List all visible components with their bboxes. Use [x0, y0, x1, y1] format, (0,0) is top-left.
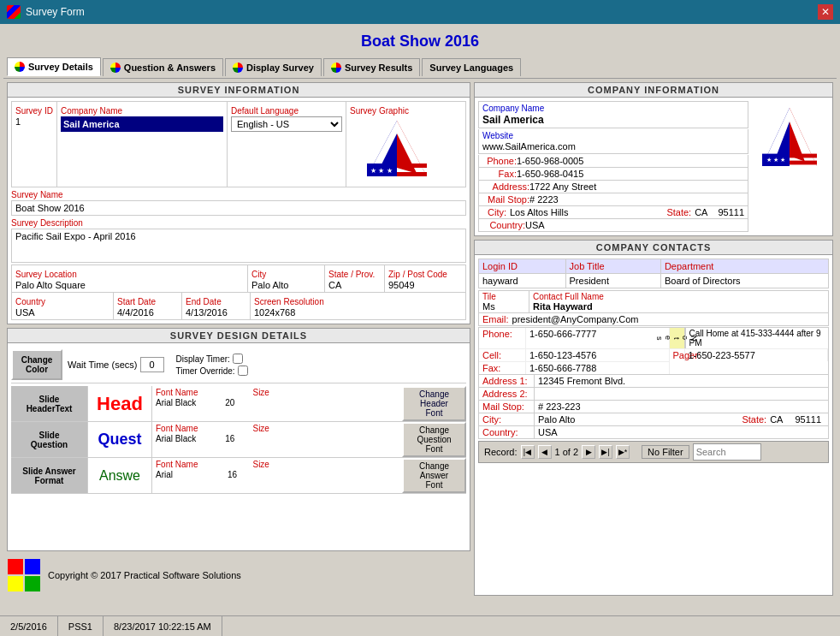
login-id-header: Login ID — [479, 259, 566, 274]
company-fields: Company Name Sail America Website www.Sa… — [478, 101, 748, 232]
change-color-button[interactable]: Change Color — [11, 349, 62, 380]
wait-time-input[interactable] — [140, 357, 164, 372]
contact-full-name-label: Contact Full Name — [533, 292, 825, 301]
slide-question-settings: Font Name Size Arial Black 16 — [152, 422, 402, 457]
slide-answer-row: Slide AnswerFormat Answe Font Name Size … — [11, 458, 466, 494]
record-prev-button[interactable]: ◀ — [538, 445, 552, 459]
status-code: PSS1 — [58, 616, 104, 636]
start-date-label: Start Date — [117, 297, 178, 306]
tab-display[interactable]: Display Survey — [225, 58, 322, 76]
change-question-font-button[interactable]: Change Question Font — [402, 422, 466, 457]
cc-mailstop-row: Mail Stop: # 223-223 — [478, 401, 829, 413]
start-date-value: 4/4/2016 — [117, 307, 178, 318]
ci-website-value: www.SailAmerica.com — [482, 141, 744, 152]
main-content: Boat Show 2016 Survey Details Question &… — [0, 24, 840, 615]
status-datetime: 8/23/2017 10:22:15 AM — [104, 616, 222, 636]
addr1-label: Address 1: — [479, 375, 535, 387]
slide-question-row: SlideQuestion Quest Font Name Size Arial… — [11, 422, 466, 458]
left-panel: SURVEY INFORMATION Survey ID 1 Company N… — [7, 82, 470, 596]
cc-city-row: City: Palo Alto State: CA 95111 — [478, 413, 829, 426]
record-current: 1 of 2 — [555, 447, 579, 457]
change-answer-font-button[interactable]: Change Answer Font — [402, 458, 466, 493]
default-lang-label: Default Language — [231, 106, 342, 116]
design-details-section: SURVEY DESIGN DETAILS Change Color Wait … — [7, 328, 470, 551]
cc-fax-label: Fax: — [479, 361, 526, 374]
ci-fax-label: Fax: — [482, 169, 517, 179]
tab-survey-details[interactable]: Survey Details — [7, 57, 101, 76]
end-date-label: End Date — [186, 297, 246, 306]
header-font-name-value: Arial Black — [156, 398, 196, 407]
svg-rect-8 — [8, 559, 23, 574]
status-bar: 2/5/2016 PSS1 8/23/2017 10:22:15 AM — [0, 615, 840, 636]
close-button[interactable]: ✕ — [818, 4, 833, 20]
default-language-select[interactable]: English - US — [231, 116, 342, 132]
ci-phone-label: Phone: — [482, 156, 517, 166]
cc-mailstop-value: # 223-223 — [535, 401, 828, 413]
cc-zip-value: 95111 — [795, 414, 821, 425]
record-next-button[interactable]: ▶ — [582, 445, 595, 459]
svg-text:★ ★ ★: ★ ★ ★ — [766, 156, 785, 163]
tile-row: Tile Ms Contact Full Name Rita Hayward — [478, 290, 829, 313]
company-contacts-title: COMPANY CONTACTS — [475, 241, 832, 255]
search-input[interactable] — [693, 443, 761, 461]
pager-value: 1-650-223-5577 — [685, 348, 829, 361]
contacts-header-table: Login ID Job Title Department hayward Pr… — [478, 259, 829, 288]
svg-rect-9 — [25, 559, 40, 574]
notes-header: Notes — [670, 328, 685, 348]
company-logo-container: ★ ★ ★ — [752, 101, 829, 232]
zip-label: Zip / Post Code — [388, 270, 462, 279]
timer-override-checkbox[interactable] — [238, 366, 248, 376]
slide-question-preview: Quest — [88, 422, 152, 457]
cc-country-label: Country: — [479, 426, 535, 438]
svg-rect-10 — [8, 576, 23, 591]
notes-value: Call Home at 415-333-4444 after 9 PM — [685, 328, 829, 348]
cc-fax-value: 1-650-666-7788 — [526, 361, 670, 374]
zip-value: 95049 — [388, 280, 462, 290]
ci-company-name-value: Sail America — [482, 114, 744, 126]
city-label: City — [251, 270, 321, 279]
tab-label-languages: Survey Languages — [429, 62, 513, 73]
company-name-input[interactable] — [61, 116, 223, 132]
city-value: Palo Alto — [251, 280, 321, 290]
cc-state-label: State: — [742, 414, 766, 425]
footer: Copyright © 2017 Practical Software Solu… — [7, 555, 470, 596]
survey-desc-value: Pacific Sail Expo - April 2016 — [11, 229, 466, 263]
company-name-label: Company Name — [61, 106, 223, 116]
content-area: SURVEY INFORMATION Survey ID 1 Company N… — [3, 79, 837, 599]
company-logo: ★ ★ ★ — [752, 101, 827, 176]
job-title-header: Job Title — [565, 259, 660, 274]
cc-country-value: USA — [535, 426, 828, 438]
cell-label: Cell: — [479, 348, 526, 361]
ci-zip-value: 95111 — [718, 207, 744, 217]
status-date: 2/5/2016 — [0, 616, 58, 636]
slide-header-preview: Head — [88, 386, 152, 421]
cc-state-value: CA — [770, 414, 783, 425]
tab-results[interactable]: Survey Results — [323, 58, 420, 76]
phone-value: 1-650-666-7777 — [526, 328, 670, 348]
tab-qa[interactable]: Question & Answers — [103, 58, 223, 76]
screen-res-value: 1024x768 — [254, 307, 462, 318]
change-header-font-button[interactable]: Change Header Font — [402, 386, 466, 421]
copyright-text: Copyright © 2017 Practical Software Solu… — [48, 570, 241, 580]
tab-languages[interactable]: Survey Languages — [422, 58, 521, 76]
tab-icon-results — [331, 62, 341, 73]
addr2-label: Address 2: — [479, 388, 535, 400]
record-last-button[interactable]: ▶| — [599, 445, 612, 459]
a-size-value: 16 — [228, 470, 237, 479]
location-value: Palo Alto Square — [15, 280, 244, 290]
cell-value: 1-650-123-4576 — [526, 348, 670, 361]
login-id-value: hayward — [479, 274, 566, 288]
addr1-row: Address 1: 12345 Fremont Blvd. — [478, 375, 829, 388]
ci-mailstop-label: Mail Stop: — [482, 194, 529, 205]
record-first-button[interactable]: |◀ — [521, 445, 535, 459]
app-title: Boat Show 2016 — [9, 33, 831, 51]
contact-name-value: Rita Hayward — [533, 301, 825, 312]
slide-question-label: SlideQuestion — [11, 422, 88, 457]
record-new-button[interactable]: ▶* — [616, 445, 630, 459]
tab-icon-qa — [110, 62, 121, 73]
email-label: Email: — [482, 314, 509, 324]
display-timer-checkbox[interactable] — [233, 354, 243, 364]
app-logo — [7, 558, 41, 592]
phone-label: Phone: — [479, 328, 526, 348]
ci-website-label: Website — [482, 131, 744, 140]
